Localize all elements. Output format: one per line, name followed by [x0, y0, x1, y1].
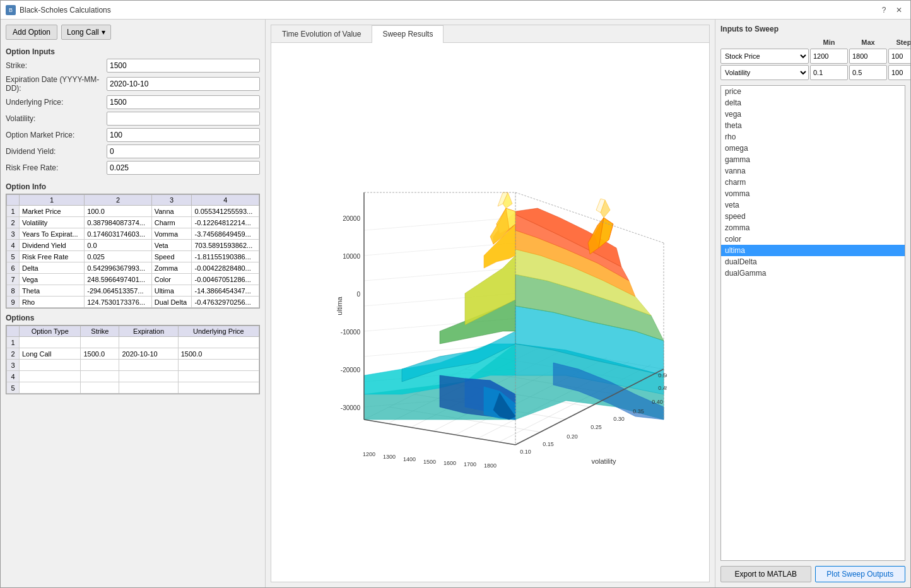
expiration-input[interactable]: [107, 77, 260, 91]
option-type-dropdown[interactable]: Long Call ▾: [61, 25, 111, 40]
svg-text:0.35: 0.35: [633, 408, 644, 415]
add-option-button[interactable]: Add Option: [6, 25, 57, 40]
dividend-yield-input[interactable]: [107, 144, 260, 158]
sweep-param1-max[interactable]: [849, 49, 887, 64]
tab-time-evolution[interactable]: Time Evolution of Value: [271, 25, 372, 42]
strike-input[interactable]: [107, 59, 260, 73]
cell-value1: 0.025: [85, 251, 151, 262]
metric-item[interactable]: color: [721, 233, 905, 245]
risk-free-rate-label: Risk Free Rate:: [6, 163, 107, 172]
market-price-label: Option Market Price:: [6, 131, 107, 139]
cell-strike: 1500.0: [81, 348, 119, 360]
table-row: 4: [7, 371, 259, 382]
window-title: Black-Scholes Calculations: [20, 6, 111, 15]
metric-item[interactable]: vomma: [721, 188, 905, 199]
sweep-param2-steps[interactable]: [888, 65, 910, 80]
plot-sweep-button[interactable]: Plot Sweep Outputs: [815, 566, 906, 582]
y-axis-label: volatility: [591, 457, 616, 465]
cell-expiration: [119, 360, 178, 371]
cell-expiration: [119, 337, 178, 348]
svg-text:0.50: 0.50: [658, 372, 667, 379]
metric-item[interactable]: zomma: [721, 222, 905, 233]
sweep-param1-steps[interactable]: [888, 49, 910, 64]
metric-item[interactable]: delta: [721, 97, 905, 109]
sweep-param2-max[interactable]: [849, 65, 887, 80]
row-num: 5: [7, 251, 20, 262]
metric-item[interactable]: veta: [721, 199, 905, 211]
metric-item[interactable]: ultima: [721, 245, 905, 256]
dividend-yield-group: Dividend Yield:: [6, 144, 260, 158]
cell-name: Dividend Yield: [20, 240, 85, 251]
sweep-param2-select[interactable]: Volatility Stock Price Strike: [720, 65, 809, 80]
metric-item[interactable]: omega: [721, 143, 905, 154]
row-num: 5: [7, 382, 20, 394]
metric-item[interactable]: dualDelta: [721, 256, 905, 268]
option-info-scroll[interactable]: 1 2 3 4 1 Market Price 100.0 Vanna 0.055…: [6, 194, 259, 308]
row-num: 4: [7, 371, 20, 382]
row-num: 1: [7, 337, 20, 348]
export-matlab-button[interactable]: Export to MATLAB: [720, 566, 811, 582]
sweep-param1-select[interactable]: Stock Price Volatility Strike: [720, 49, 809, 64]
svg-text:0.30: 0.30: [613, 416, 625, 422]
sweep-col-param: [720, 37, 809, 47]
svg-text:-10000: -10000: [341, 329, 361, 336]
metric-item[interactable]: gamma: [721, 154, 905, 165]
strike-label: Strike:: [6, 61, 107, 70]
option-info-table-container: 1 2 3 4 1 Market Price 100.0 Vanna 0.055…: [6, 194, 260, 309]
cell-expiration: 2020-10-10: [119, 348, 178, 360]
metric-item[interactable]: charm: [721, 177, 905, 188]
help-button[interactable]: ?: [878, 4, 890, 16]
metric-item[interactable]: vega: [721, 109, 905, 120]
options-table-container: Option Type Strike Expiration Underlying…: [6, 325, 260, 394]
cell-name2: Ultima: [151, 285, 192, 297]
option-info-table: 1 2 3 4 1 Market Price 100.0 Vanna 0.055…: [6, 194, 259, 308]
chart-area: 20000 10000 0 -10000 -20000 -30000 ultim…: [271, 43, 709, 582]
col-header-1: 1: [20, 195, 85, 206]
table-row: 1: [7, 337, 259, 348]
underlying-price-input[interactable]: [107, 95, 260, 109]
volatility-input[interactable]: [107, 112, 260, 126]
col-header-4: 4: [192, 195, 259, 206]
cell-value1: 0.174603174603...: [85, 228, 151, 240]
svg-text:1800: 1800: [484, 462, 497, 469]
cell-name2: Dual Delta: [151, 297, 192, 308]
sweep-param1-min[interactable]: [810, 49, 848, 64]
cell-name2: Color: [151, 274, 192, 285]
sweep-param2-min[interactable]: [810, 65, 848, 80]
main-content: Add Option Long Call ▾ Option Inputs Str…: [1, 20, 910, 587]
close-button[interactable]: ✕: [893, 4, 905, 16]
toolbar: Add Option Long Call ▾: [6, 25, 260, 40]
svg-text:1500: 1500: [423, 459, 436, 465]
metric-item[interactable]: dualGamma: [721, 268, 905, 279]
cell-value2: -0.12264812214...: [192, 217, 259, 228]
svg-text:0.45: 0.45: [658, 385, 667, 391]
table-row: 2 Volatility 0.387984087374... Charm -0.…: [7, 217, 259, 228]
row-num: 4: [7, 240, 20, 251]
cell-value1: 248.5966497401...: [85, 274, 151, 285]
tab-sweep-results[interactable]: Sweep Results: [372, 25, 444, 43]
cell-name2: Charm: [151, 217, 192, 228]
options-scroll[interactable]: Option Type Strike Expiration Underlying…: [6, 326, 259, 394]
metric-item[interactable]: vanna: [721, 165, 905, 177]
option-inputs-label: Option Inputs: [6, 47, 260, 56]
metric-item[interactable]: speed: [721, 211, 905, 222]
cell-type: Long Call: [20, 348, 81, 360]
row-num: 2: [7, 348, 20, 360]
svg-text:-30000: -30000: [341, 404, 361, 411]
cell-name: Years To Expirat...: [20, 228, 85, 240]
metric-item[interactable]: theta: [721, 120, 905, 131]
metric-item[interactable]: rho: [721, 131, 905, 143]
opt-col-expiration: Expiration: [119, 326, 178, 337]
col-header-row-num: [7, 195, 20, 206]
svg-text:0.25: 0.25: [591, 424, 602, 430]
table-row: 8 Theta -294.064513357... Ultima -14.386…: [7, 285, 259, 297]
risk-free-rate-input[interactable]: [107, 161, 260, 175]
market-price-input[interactable]: [107, 128, 260, 142]
cell-name2: Veta: [151, 240, 192, 251]
metric-item[interactable]: price: [721, 86, 905, 97]
table-row: 7 Vega 248.5966497401... Color -0.004670…: [7, 274, 259, 285]
cell-value1: 0.0: [85, 240, 151, 251]
opt-col-strike: Strike: [81, 326, 119, 337]
svg-text:10000: 10000: [343, 253, 360, 260]
svg-text:0.40: 0.40: [652, 399, 663, 405]
